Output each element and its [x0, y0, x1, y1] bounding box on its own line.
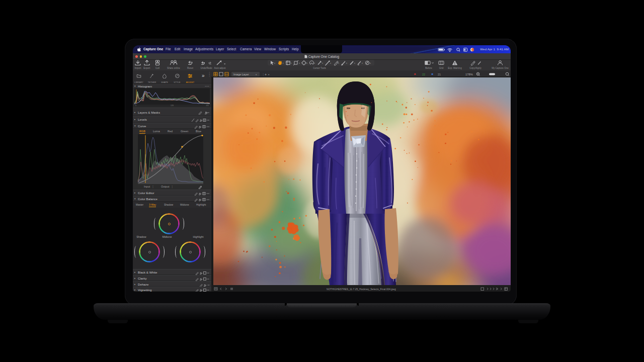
svg-text:▾: ▾ [274, 62, 275, 64]
svg-text:+: + [265, 73, 267, 76]
svg-text:Share online: Share online [167, 67, 180, 69]
svg-text:▾: ▾ [306, 62, 307, 64]
svg-text:▾: ▾ [314, 62, 315, 64]
svg-text:Grid: Grid [439, 67, 444, 69]
svg-text:NOTHIGHESTRES_11.7.25_Hockney_: NOTHIGHESTRES_11.7.25_Hockney_Selects_Fi… [327, 288, 396, 291]
svg-text:▾: ▾ [268, 73, 270, 76]
svg-text:▾: ▾ [370, 62, 371, 64]
svg-text:178%: 178% [465, 73, 473, 76]
svg-text:▾: ▾ [322, 62, 323, 64]
svg-text:Image Layer: Image Layer [233, 73, 249, 76]
svg-text:▾: ▾ [299, 62, 300, 64]
svg-text:Cursor Tools: Cursor Tools [313, 67, 326, 69]
svg-text:Before: Before [425, 67, 432, 69]
svg-text:21: 21 [438, 73, 441, 76]
svg-text:Cull: Cull [155, 67, 159, 69]
svg-text:Undo/Redo: Undo/Redo [200, 67, 212, 69]
svg-text:22: 22 [422, 73, 425, 76]
svg-text:Reset: Reset [187, 67, 194, 69]
svg-text:My Capture One: My Capture One [492, 67, 509, 69]
svg-text:Import: Import [134, 67, 141, 69]
svg-text:Copy/Apply: Copy/Apply [469, 67, 481, 69]
svg-text:▾: ▾ [362, 62, 363, 64]
svg-text:Auto adjust: Auto adjust [214, 67, 226, 69]
svg-text:▾: ▾ [330, 62, 331, 64]
svg-text:▾: ▾ [291, 62, 292, 64]
svg-text:▾: ▾ [338, 62, 339, 64]
svg-text:Export: Export [143, 67, 150, 69]
svg-text:▾: ▾ [283, 62, 284, 64]
svg-text:▾: ▾ [354, 62, 355, 64]
svg-text:Exp. Warning: Exp. Warning [448, 67, 462, 69]
svg-text:▾: ▾ [346, 62, 347, 64]
